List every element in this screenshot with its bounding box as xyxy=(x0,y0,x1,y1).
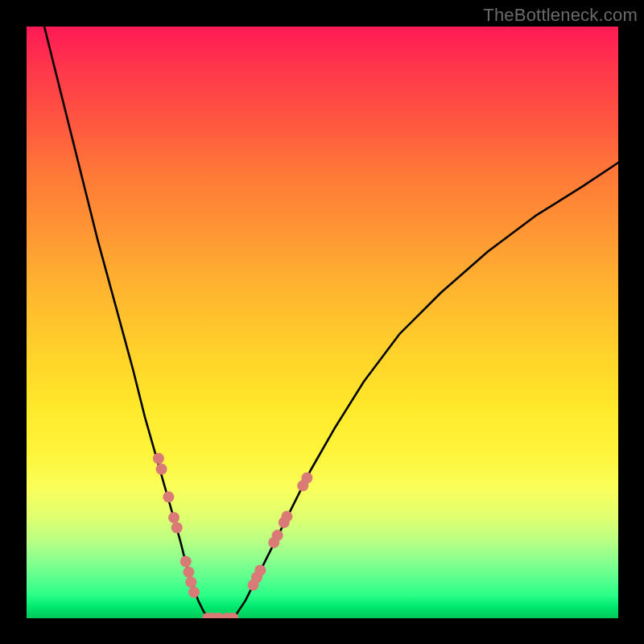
highlight-dot xyxy=(180,555,192,567)
highlight-dot xyxy=(153,453,164,464)
highlight-dot xyxy=(301,473,312,484)
marker-layer xyxy=(153,453,312,618)
highlight-dot xyxy=(254,564,266,576)
highlight-dot xyxy=(281,511,292,522)
highlight-dot xyxy=(163,491,174,502)
highlight-dot xyxy=(171,522,183,534)
chart-frame: TheBottleneck.com xyxy=(0,0,644,644)
plot-area xyxy=(27,27,618,618)
highlight-dot xyxy=(188,587,200,598)
watermark-text: TheBottleneck.com xyxy=(483,5,638,26)
highlight-dot xyxy=(183,567,194,578)
highlight-dot xyxy=(185,576,196,588)
curve-layer xyxy=(44,27,618,618)
highlight-dot xyxy=(272,530,283,541)
series-left-limb xyxy=(44,27,210,618)
series-right-limb xyxy=(233,163,618,618)
highlight-dot xyxy=(168,512,180,523)
chart-svg xyxy=(27,27,618,618)
highlight-dot xyxy=(156,464,167,475)
